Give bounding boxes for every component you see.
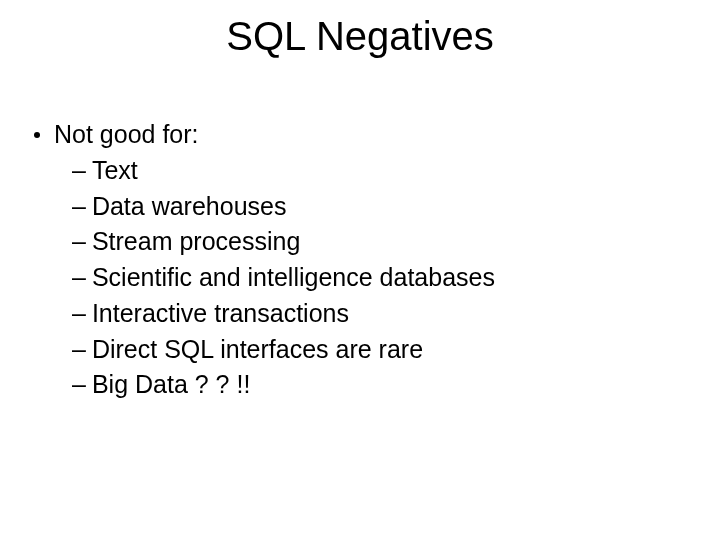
- bullet-text: Direct SQL interfaces are rare: [92, 333, 423, 367]
- bullet-text: Scientific and intelligence databases: [92, 261, 495, 295]
- bullet-text: Text: [92, 154, 138, 188]
- slide-body: Not good for: – Text – Data warehouses –…: [34, 118, 686, 404]
- list-item: – Big Data ? ? !!: [72, 368, 686, 402]
- dash-icon: –: [72, 368, 86, 402]
- bullet-text: Data warehouses: [92, 190, 287, 224]
- dash-icon: –: [72, 154, 86, 188]
- slide-title: SQL Negatives: [0, 14, 720, 59]
- dash-icon: –: [72, 297, 86, 331]
- list-item: – Scientific and intelligence databases: [72, 261, 686, 295]
- bullet-text: Stream processing: [92, 225, 300, 259]
- list-item: – Direct SQL interfaces are rare: [72, 333, 686, 367]
- list-item: – Stream processing: [72, 225, 686, 259]
- slide: SQL Negatives Not good for: – Text – Dat…: [0, 0, 720, 540]
- dash-icon: –: [72, 261, 86, 295]
- bullet-icon: [34, 132, 40, 138]
- dash-icon: –: [72, 225, 86, 259]
- list-item: – Data warehouses: [72, 190, 686, 224]
- bullet-text: Not good for:: [54, 118, 199, 152]
- list-item: – Interactive transactions: [72, 297, 686, 331]
- dash-icon: –: [72, 190, 86, 224]
- dash-icon: –: [72, 333, 86, 367]
- list-item: – Text: [72, 154, 686, 188]
- list-item: Not good for:: [34, 118, 686, 152]
- bullet-text: Interactive transactions: [92, 297, 349, 331]
- bullet-text: Big Data ? ? !!: [92, 368, 250, 402]
